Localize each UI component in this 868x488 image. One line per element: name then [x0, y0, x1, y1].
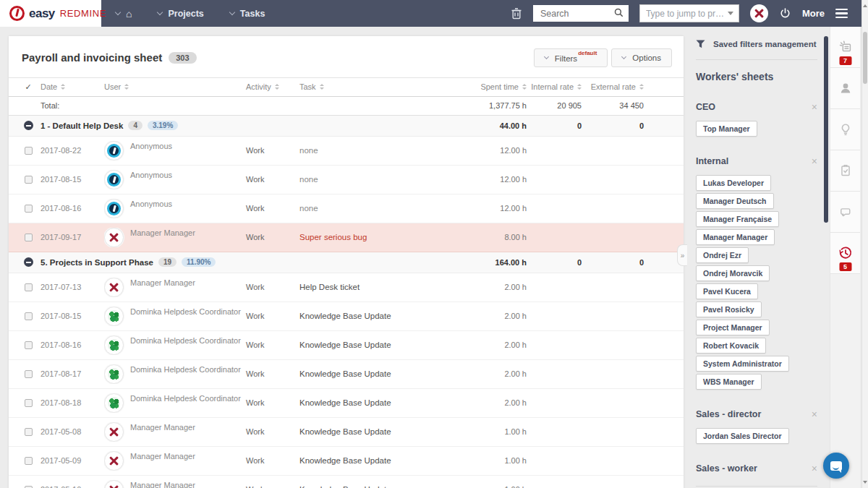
time-entry-row[interactable]: 2017-07-13 Manager Manager Work Help Des…: [9, 273, 684, 302]
worker-filter-button[interactable]: Jordan Sales Director: [696, 428, 789, 444]
column-internal-rate[interactable]: Internal rate: [527, 82, 582, 91]
logout-power-icon[interactable]: [779, 7, 791, 20]
strip-item-news-icon[interactable]: 7: [830, 27, 860, 68]
column-activity[interactable]: Activity: [246, 82, 299, 91]
time-entry-row[interactable]: 2017-05-10 Manager Manager Work Knowledg…: [9, 476, 684, 488]
user-name[interactable]: Dominka Helpdesk Coordinator: [130, 365, 241, 374]
column-date[interactable]: Date: [41, 82, 104, 91]
strip-item-history-clock-icon[interactable]: 5: [830, 233, 860, 274]
worker-filter-button[interactable]: Manager Manager: [696, 229, 775, 245]
worker-filter-button[interactable]: Robert Kovacik: [696, 338, 766, 354]
group-title[interactable]: 5. Projects in Support Phase: [41, 258, 153, 267]
row-checkbox[interactable]: [25, 457, 33, 465]
time-entry-row[interactable]: 2017-08-16 Anonymous Work none 12.00 h: [9, 194, 684, 223]
column-spent-time[interactable]: Spent time: [451, 82, 527, 91]
sort-icon[interactable]: [320, 84, 324, 90]
user-name[interactable]: Anonymous: [130, 200, 172, 208]
scroll-down-arrow[interactable]: [863, 481, 867, 484]
live-chat-button[interactable]: [823, 453, 849, 479]
hamburger-menu-icon[interactable]: [835, 9, 848, 19]
time-entry-row[interactable]: 2017-08-22 Anonymous Work none 12.00 h: [9, 137, 684, 166]
worker-filter-button[interactable]: System Administrator: [696, 356, 789, 372]
sidebar-collapse-handle[interactable]: »: [677, 244, 687, 266]
scroll-up-arrow[interactable]: [863, 4, 867, 7]
user-name[interactable]: Manager Manager: [130, 423, 195, 432]
user-name[interactable]: Dominka Helpdesk Coordinator: [130, 394, 241, 403]
search-input[interactable]: [539, 8, 614, 20]
user-avatar[interactable]: [750, 4, 768, 22]
strip-item-user-icon[interactable]: [830, 68, 860, 109]
column-external-rate[interactable]: External rate: [582, 82, 644, 91]
sidebar-scrollbar-thumb[interactable]: [824, 36, 828, 223]
menu-home[interactable]: ⌂: [116, 9, 132, 19]
collapse-group-icon[interactable]: [24, 121, 33, 130]
menu-tasks[interactable]: Tasks: [230, 9, 265, 19]
search-icon[interactable]: [614, 7, 624, 20]
entry-task[interactable]: Help Desk ticket: [299, 283, 451, 291]
sort-icon[interactable]: [639, 84, 644, 90]
user-name[interactable]: Manager Manager: [130, 452, 195, 461]
worker-filter-button[interactable]: Lukas Developer: [696, 175, 771, 191]
row-checkbox[interactable]: [25, 312, 33, 320]
more-menu[interactable]: More: [802, 8, 825, 19]
select-all-checkmark[interactable]: ✓: [16, 82, 41, 92]
filters-button[interactable]: Filtersdefault: [534, 48, 608, 67]
close-icon[interactable]: ×: [812, 408, 817, 420]
column-user[interactable]: User: [104, 82, 246, 91]
close-icon[interactable]: ×: [812, 101, 817, 113]
time-entry-row[interactable]: 2017-08-15 Anonymous Work none 12.00 h: [9, 166, 684, 194]
worker-filter-button[interactable]: Ondrej Ezr: [696, 247, 749, 263]
strip-item-clipboard-check-icon[interactable]: [830, 150, 860, 192]
entry-task[interactable]: Knowledge Base Update: [299, 427, 451, 436]
close-icon[interactable]: ×: [812, 463, 817, 474]
scrollbar-thumb[interactable]: [863, 32, 867, 84]
row-checkbox[interactable]: [25, 428, 33, 436]
sort-icon[interactable]: [124, 84, 129, 90]
saved-filters-management[interactable]: Saved filters management: [696, 40, 817, 48]
user-name[interactable]: Manager Manager: [130, 278, 195, 287]
row-checkbox[interactable]: [25, 234, 33, 241]
entry-task[interactable]: Knowledge Base Update: [299, 398, 451, 407]
worker-filter-button[interactable]: Pavel Kucera: [696, 283, 758, 299]
row-checkbox[interactable]: [25, 370, 33, 378]
strip-item-chat-icon[interactable]: [830, 192, 860, 233]
time-entry-row[interactable]: 2017-08-15 Dominka Helpdesk Coordinator …: [9, 302, 684, 331]
entry-task[interactable]: Super serious bug: [299, 233, 451, 241]
search-box[interactable]: [533, 5, 629, 22]
entry-task[interactable]: Knowledge Base Update: [299, 341, 451, 349]
app-logo[interactable]: easy REDMINE: [0, 0, 101, 27]
worker-filter-button[interactable]: Top Manager: [696, 121, 757, 137]
user-name[interactable]: Manager Manager: [130, 481, 195, 488]
row-checkbox[interactable]: [25, 341, 33, 349]
entry-task[interactable]: Knowledge Base Update: [299, 369, 451, 378]
worker-filter-button[interactable]: WBS Manager: [696, 374, 762, 390]
time-entry-row[interactable]: 2017-08-17 Dominka Helpdesk Coordinator …: [9, 360, 684, 389]
time-entry-row[interactable]: 2017-05-08 Manager Manager Work Knowledg…: [9, 418, 684, 447]
worker-filter-button[interactable]: Pavel Rosicky: [696, 301, 762, 317]
trash-icon[interactable]: [511, 7, 522, 20]
row-checkbox[interactable]: [25, 205, 33, 213]
user-name[interactable]: Dominka Helpdesk Coordinator: [130, 336, 241, 345]
jump-to-project-select[interactable]: Type to jump to project...: [639, 4, 739, 22]
time-entry-row[interactable]: 2017-05-09 Manager Manager Work Knowledg…: [9, 447, 684, 476]
collapse-group-icon[interactable]: [24, 257, 33, 267]
entry-task[interactable]: Knowledge Base Update: [299, 485, 451, 488]
worker-filter-button[interactable]: Ondrej Moravcik: [696, 265, 770, 281]
strip-item-lightbulb-icon[interactable]: [830, 109, 860, 150]
entry-task[interactable]: Knowledge Base Update: [299, 456, 451, 465]
row-checkbox[interactable]: [25, 147, 33, 155]
time-entry-row[interactable]: 2017-08-18 Dominka Helpdesk Coordinator …: [9, 389, 684, 418]
user-name[interactable]: Anonymous: [130, 171, 172, 179]
sort-icon[interactable]: [275, 84, 279, 90]
time-entry-row[interactable]: 2017-08-16 Dominka Helpdesk Coordinator …: [9, 331, 684, 360]
time-entry-row[interactable]: 2017-09-17 Manager Manager Work Super se…: [9, 223, 684, 252]
options-button[interactable]: Options: [611, 48, 672, 67]
menu-projects[interactable]: Projects: [158, 9, 203, 19]
entry-task[interactable]: none: [299, 204, 451, 213]
group-title[interactable]: 1 - Default Help Desk: [41, 121, 123, 130]
sort-icon[interactable]: [61, 84, 65, 90]
entry-task[interactable]: none: [299, 146, 451, 155]
column-task[interactable]: Task: [299, 82, 451, 91]
worker-filter-button[interactable]: Manager Française: [696, 211, 779, 227]
close-icon[interactable]: ×: [812, 155, 817, 167]
